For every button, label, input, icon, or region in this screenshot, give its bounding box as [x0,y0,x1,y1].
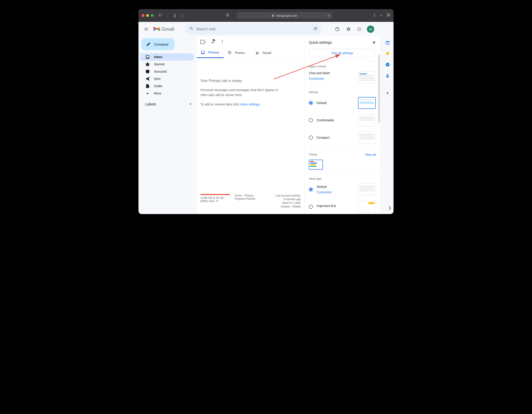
svg-rect-4 [387,15,388,16]
svg-point-8 [359,28,360,28]
search-options-icon[interactable] [311,26,320,32]
storage-text: 14.88 GB of 15 GB (99%) used [200,196,223,203]
customize-inbox-link[interactable]: Customize [317,190,354,194]
nav-item-inbox[interactable]: Inbox [140,53,194,61]
people-icon [255,51,259,55]
browser-chrome: ⌄ ❮ ❯ mail.google.com ↻ + [138,9,394,22]
close-icon[interactable]: ✕ [372,40,376,45]
scrollbar[interactable] [378,55,380,123]
back-button[interactable]: ❮ [172,13,177,18]
share-icon[interactable] [373,13,376,18]
density-comfortable-option[interactable]: Comfortable [309,114,376,126]
storage-info[interactable]: 14.88 GB of 15 GB (99%) used ⇱ [200,194,230,209]
forward-button[interactable]: ❯ [180,13,184,18]
inbox-type-important-option[interactable]: Important first [309,201,376,213]
nav-item-snoozed[interactable]: Snoozed [140,68,194,75]
inbox-settings-link[interactable]: inbox settings [240,103,260,106]
tasks-icon[interactable] [385,62,390,67]
tab-label: Promo... [235,51,247,55]
nav-label: Inbox [154,55,162,59]
customize-apps-link[interactable]: Customize [309,77,356,80]
svg-point-13 [358,30,358,31]
footer-policies[interactable]: Terms · Privacy · Program Policies [235,194,256,209]
tab-label: Primary [208,51,219,54]
apps-icon[interactable] [355,25,364,34]
inbox-pane: ▾ Primary Promo... [197,37,305,214]
density-thumb [358,97,376,109]
keep-icon[interactable] [385,51,390,56]
add-label-button[interactable]: + [189,102,192,107]
main-content: ▾ Primary Promo... [197,37,380,214]
compose-button[interactable]: Compose [141,38,174,50]
gmail-logo[interactable]: Gmail [153,26,174,32]
density-default-option[interactable]: Default [309,97,376,109]
section-title: Theme [309,153,317,156]
inbox-type-section: Inbox type Default Customize Important f… [305,173,380,213]
maximize-window-button[interactable] [151,14,153,17]
minimize-window-button[interactable] [146,14,149,17]
nav-item-starred[interactable]: Starred [140,61,194,68]
nav-item-drafts[interactable]: Drafts [140,83,194,90]
refresh-button[interactable] [211,39,215,44]
chat-meet-label: Chat and Meet [309,71,356,75]
add-addon-button[interactable]: + [385,91,390,95]
nav-label: More [154,92,161,95]
window-controls [142,14,153,17]
tab-primary[interactable]: Primary [197,47,224,58]
svg-rect-24 [386,41,390,42]
theme-section: Theme View all [305,149,380,173]
theme-option-default[interactable] [309,160,323,170]
hide-side-panel-button[interactable]: ❯ [388,206,391,210]
apps-thumb [358,71,376,83]
tab-social[interactable]: Social [251,47,278,58]
svg-point-27 [387,74,389,75]
see-all-settings-button[interactable]: See all settings [309,49,376,57]
svg-rect-0 [159,14,162,16]
svg-point-12 [360,29,361,29]
density-compact-option[interactable]: Compact [309,132,376,143]
search-icon[interactable] [187,26,196,32]
inbox-toolbar: ▾ [197,37,304,47]
reload-icon[interactable]: ↻ [327,14,330,17]
external-link-icon: ⇱ [216,199,218,203]
search-bar[interactable] [185,24,322,35]
new-tab-icon[interactable]: + [380,13,383,18]
support-icon[interactable] [333,25,342,34]
nav-item-more[interactable]: More [140,90,194,97]
contacts-icon[interactable] [385,73,390,78]
inbox-tabs: Primary Promo... Social [197,47,304,58]
calendar-icon[interactable]: 31 [385,40,390,45]
file-icon [145,84,150,88]
close-window-button[interactable] [142,14,144,17]
inbox-icon [201,50,205,54]
svg-point-10 [358,29,358,29]
settings-icon[interactable] [344,25,353,34]
svg-rect-5 [389,15,390,16]
svg-point-19 [222,42,223,43]
tab-overview-icon[interactable] [387,13,390,18]
gmail-logo-icon [153,27,160,32]
tab-label: Social [263,51,271,55]
header-actions: M [333,25,374,34]
section-title: Apps in Gmail [309,65,376,68]
url-text: mail.google.com [276,14,297,17]
address-bar[interactable]: mail.google.com ↻ [237,12,332,19]
svg-point-18 [222,41,223,42]
quick-settings-title: Quick settings [309,40,332,45]
search-input[interactable] [196,27,311,31]
select-all-checkbox[interactable]: ▾ [200,40,206,44]
inbox-type-thumb [358,201,376,213]
main-menu-button[interactable] [141,24,152,35]
shield-icon[interactable] [225,13,230,18]
view-all-themes-link[interactable]: View all [365,153,376,156]
sidebar-toggle-icon[interactable] [158,13,163,18]
tab-promotions[interactable]: Promo... [224,47,251,58]
nav-item-sent[interactable]: Sent [140,75,194,83]
chevron-down-icon[interactable]: ⌄ [165,14,170,17]
inbox-type-default-option[interactable]: Default Customize [309,184,376,195]
svg-rect-2 [387,14,388,15]
account-activity[interactable]: Last account activity: 0 minutes ago Ope… [261,194,301,209]
svg-rect-3 [389,14,390,15]
account-avatar[interactable]: M [367,26,374,33]
more-options-button[interactable] [220,39,224,44]
